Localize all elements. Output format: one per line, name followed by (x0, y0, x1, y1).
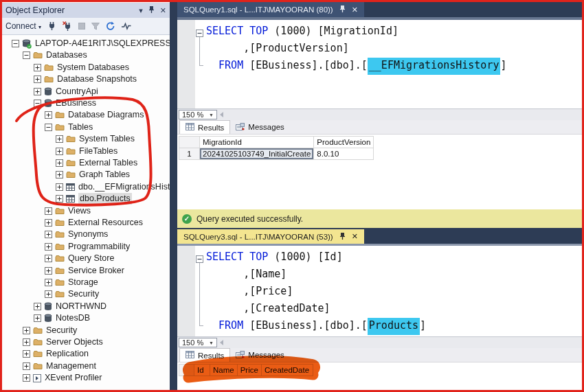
tree-item-database-snapshots[interactable]: Database Snapshots (34, 73, 137, 85)
expand-icon[interactable] (45, 207, 52, 215)
tree-item-filetables[interactable]: FileTables (56, 146, 117, 157)
code-line[interactable]: SELECT TOP (1000) [Id] (177, 249, 582, 266)
activity-monitor-icon[interactable] (122, 22, 131, 30)
panel-divider[interactable] (170, 2, 177, 390)
tree-item-notesdb[interactable]: NotesDB (34, 312, 90, 324)
grid-corner-cell[interactable] (179, 365, 194, 376)
expand-icon[interactable] (45, 219, 52, 227)
row-header[interactable]: 1 (179, 148, 200, 160)
pin-icon[interactable] (339, 232, 346, 242)
tree-item-replication[interactable]: Replication (23, 348, 89, 360)
tree-item-management[interactable]: Management (23, 360, 96, 372)
tab-sqlquery1[interactable]: SQLQuery1.sql - L...ITJ\MAYOORAN (80)) ✕ (177, 2, 364, 17)
pin-icon[interactable] (148, 5, 155, 15)
expand-icon[interactable] (34, 314, 41, 322)
tab-sqlquery3[interactable]: SQLQuery3.sql - L...ITJ\MAYOORAN (53)) ✕ (177, 229, 364, 244)
expand-icon[interactable] (23, 374, 30, 382)
tab-results[interactable]: Results (179, 120, 230, 134)
close-icon[interactable]: ✕ (352, 6, 358, 14)
grid-corner-cell[interactable] (179, 137, 200, 148)
filter-icon[interactable] (91, 23, 100, 30)
code-line[interactable]: ,[Name] (177, 266, 582, 283)
code-line[interactable]: FROM [EBusiness].[dbo].[__EFMigrationsHi… (177, 57, 582, 74)
tree-item-security[interactable]: Security (45, 288, 99, 300)
expand-icon[interactable] (56, 183, 63, 191)
tree-item-service-broker[interactable]: Service Broker (45, 265, 124, 277)
tree-item-graph-tables[interactable]: Graph Tables (56, 169, 130, 181)
tree-item-external-tables[interactable]: External Tables (56, 157, 137, 169)
collapse-icon[interactable] (34, 100, 41, 107)
tab-messages[interactable]: Messages (230, 348, 289, 362)
tree-item-system-tables[interactable]: System Tables (56, 133, 135, 145)
refresh-icon[interactable] (106, 21, 115, 31)
tree-item-xevent-profiler[interactable]: XEvent Profiler (23, 372, 102, 384)
column-header-id[interactable]: Id (194, 365, 210, 376)
tree-item-tables[interactable]: Tables (45, 122, 93, 133)
tree-item-external-resources[interactable]: External Resources (45, 217, 143, 229)
connect-button[interactable]: Connect ▾ (5, 21, 41, 31)
expand-icon[interactable] (45, 279, 52, 286)
expand-icon[interactable] (45, 243, 52, 251)
column-header-productversion[interactable]: ProductVersion (314, 137, 374, 148)
tree-item-programmability[interactable]: Programmability (45, 241, 130, 253)
zoom-level-select[interactable]: 150 %▼ (179, 110, 217, 119)
expand-icon[interactable] (34, 88, 41, 95)
grid-cell[interactable]: 8.0.10 (314, 148, 374, 160)
disconnect-plug-icon[interactable] (63, 21, 72, 31)
window-position-chevron-icon[interactable]: ▾ (139, 6, 143, 15)
tree-item-server-objects[interactable]: Server Objects (23, 336, 103, 348)
expand-icon[interactable] (45, 255, 52, 262)
pin-icon[interactable] (339, 5, 346, 14)
expand-icon[interactable] (45, 231, 52, 238)
scroll-left-icon[interactable] (220, 340, 223, 345)
tree-item-countryapi[interactable]: CountryApi (34, 86, 98, 97)
tree-item-storage[interactable]: Storage (45, 277, 98, 288)
column-header-name[interactable]: Name (210, 365, 238, 376)
expand-icon[interactable] (45, 111, 52, 119)
scroll-left-icon[interactable] (220, 112, 223, 117)
expand-icon[interactable] (23, 362, 30, 370)
tree-item-database-diagrams[interactable]: Database Diagrams (45, 109, 144, 121)
expand-icon[interactable] (56, 171, 63, 178)
tree-item-dbo-efmigrationshistory[interactable]: dbo.__EFMigrationsHistory (56, 181, 170, 193)
tree-item-northwnd[interactable]: NORTHWND (34, 301, 106, 312)
close-icon[interactable]: ✕ (160, 6, 166, 15)
stop-icon[interactable] (78, 23, 85, 30)
code-line[interactable]: SELECT TOP (1000) [MigrationId] (177, 23, 582, 40)
code-line[interactable]: ,[ProductVersion] (177, 40, 582, 57)
expand-icon[interactable] (34, 64, 41, 71)
collapse-icon[interactable] (45, 124, 52, 131)
grid-cell[interactable]: 20241025103749_InitialCreate (200, 148, 314, 160)
collapse-icon[interactable] (23, 51, 30, 59)
code-line[interactable]: ,[Price] (177, 283, 582, 300)
query3-editor[interactable]: SELECT TOP (1000) [Id] ,[Name] ,[Price] … (177, 246, 582, 336)
tree-item-query-store[interactable]: Query Store (45, 253, 114, 264)
expand-icon[interactable] (34, 76, 41, 83)
code-fold-icon[interactable] (196, 253, 203, 266)
tab-messages[interactable]: Messages (230, 120, 289, 134)
close-icon[interactable]: ✕ (352, 233, 358, 240)
code-line[interactable]: FROM [EBusiness].[dbo].[Products] (177, 317, 582, 334)
column-header-createddate[interactable]: CreatedDate (261, 365, 313, 376)
expand-icon[interactable] (45, 267, 52, 275)
tree-item-synonyms[interactable]: Synonyms (45, 229, 108, 240)
expand-icon[interactable] (56, 148, 63, 155)
code-line[interactable]: ,[CreatedDate] (177, 300, 582, 317)
tree-item-dbo-products[interactable]: dbo.Products (56, 193, 132, 205)
expand-icon[interactable] (23, 338, 30, 346)
code-fold-icon[interactable] (196, 27, 203, 40)
expand-icon[interactable] (56, 135, 63, 143)
column-header-migrationid[interactable]: MigrationId (200, 137, 314, 148)
tree-item-ebusiness[interactable]: EBusiness (34, 97, 96, 109)
expand-icon[interactable] (23, 350, 30, 358)
expand-icon[interactable] (45, 290, 52, 298)
zoom-level-select[interactable]: 150 %▼ (179, 338, 217, 347)
collapse-icon[interactable] (12, 40, 19, 47)
expand-icon[interactable] (23, 327, 30, 334)
tree-item-views[interactable]: Views (45, 205, 91, 217)
expand-icon[interactable] (56, 159, 63, 167)
tree-item-databases[interactable]: Databases (23, 49, 87, 61)
expand-icon[interactable] (56, 195, 63, 203)
tree-item-security[interactable]: Security (23, 325, 77, 336)
query1-editor[interactable]: SELECT TOP (1000) [MigrationId] ,[Produc… (177, 20, 582, 108)
